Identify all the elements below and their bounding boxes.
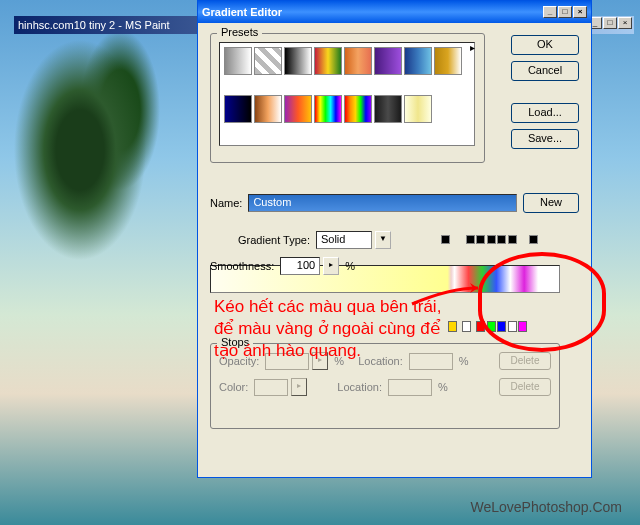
dialog-titlebar[interactable]: Gradient Editor _ □ × — [198, 1, 591, 23]
opacity-stops-track[interactable] — [210, 235, 560, 247]
color-label: Color: — [219, 381, 248, 393]
preset-swatch[interactable] — [374, 95, 402, 123]
preset-swatch[interactable] — [254, 95, 282, 123]
preset-swatch[interactable] — [374, 47, 402, 75]
delete-opacity-button: Delete — [499, 352, 551, 370]
annotation-circle — [478, 252, 606, 352]
smoothness-input[interactable]: 100 — [280, 257, 320, 275]
opacity-stop[interactable] — [508, 235, 517, 244]
preset-swatch[interactable] — [344, 47, 372, 75]
presets-label: Presets — [217, 26, 262, 38]
gradient-editor-dialog: Gradient Editor _ □ × Presets ▸ OK Cance… — [197, 0, 592, 478]
preset-swatch[interactable] — [254, 47, 282, 75]
load-button[interactable]: Load... — [511, 103, 579, 123]
presets-group: Presets ▸ — [210, 33, 485, 163]
preset-swatch[interactable] — [344, 95, 372, 123]
preset-swatch[interactable] — [314, 47, 342, 75]
smoothness-flyout-icon[interactable]: ▸ — [323, 257, 339, 275]
opacity-stop[interactable] — [529, 235, 538, 244]
annotation-arrow — [410, 280, 490, 312]
color-flyout-icon: ▸ — [291, 378, 307, 396]
color-swatch — [254, 379, 288, 396]
preset-swatch[interactable] — [404, 47, 432, 75]
dlg-close-icon[interactable]: × — [573, 6, 587, 18]
preset-swatch[interactable] — [314, 95, 342, 123]
preset-swatch[interactable] — [284, 47, 312, 75]
save-button[interactable]: Save... — [511, 129, 579, 149]
location-input-2 — [388, 379, 432, 396]
watermark: WeLovePhotoshop.Com — [471, 499, 623, 515]
smoothness-label: Smoothness: — [210, 260, 274, 272]
opacity-stop[interactable] — [466, 235, 475, 244]
dlg-maximize-icon[interactable]: □ — [558, 6, 572, 18]
location-label-2: Location: — [337, 381, 382, 393]
opacity-stop[interactable] — [441, 235, 450, 244]
delete-color-button: Delete — [499, 378, 551, 396]
preset-swatch[interactable] — [434, 47, 462, 75]
name-label: Name: — [210, 197, 242, 209]
location-unit-1: % — [459, 355, 469, 367]
new-button[interactable]: New — [523, 193, 579, 213]
color-stop[interactable] — [462, 321, 471, 332]
presets-menu-icon[interactable]: ▸ — [464, 42, 480, 56]
location-unit-2: % — [438, 381, 448, 393]
dialog-title: Gradient Editor — [202, 6, 282, 18]
dlg-minimize-icon[interactable]: _ — [543, 6, 557, 18]
preset-swatch[interactable] — [224, 95, 252, 123]
preset-swatches — [219, 42, 475, 146]
opacity-stop[interactable] — [487, 235, 496, 244]
preset-swatch[interactable] — [284, 95, 312, 123]
cancel-button[interactable]: Cancel — [511, 61, 579, 81]
preset-swatch[interactable] — [224, 47, 252, 75]
maximize-icon[interactable]: □ — [603, 17, 617, 29]
ok-button[interactable]: OK — [511, 35, 579, 55]
close-icon[interactable]: × — [618, 17, 632, 29]
preset-swatch[interactable] — [404, 95, 432, 123]
opacity-stop[interactable] — [497, 235, 506, 244]
main-window-title: hinhsc.com10 tiny 2 - MS Paint — [18, 19, 170, 31]
smoothness-unit: % — [345, 260, 355, 272]
opacity-stop[interactable] — [476, 235, 485, 244]
name-input[interactable]: Custom — [248, 194, 517, 212]
